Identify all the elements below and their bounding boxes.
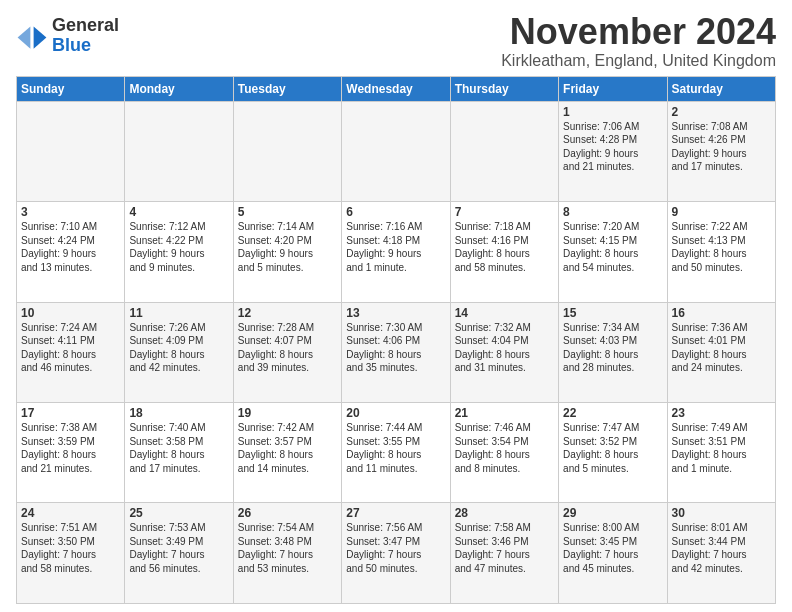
cell-info: and 50 minutes. bbox=[672, 261, 771, 275]
cell-info: Sunrise: 7:38 AM bbox=[21, 421, 120, 435]
cell-info: Sunset: 3:52 PM bbox=[563, 435, 662, 449]
cell-info: and 39 minutes. bbox=[238, 361, 337, 375]
day-number: 12 bbox=[238, 306, 337, 320]
day-number: 15 bbox=[563, 306, 662, 320]
day-number: 24 bbox=[21, 506, 120, 520]
cell-info: and 54 minutes. bbox=[563, 261, 662, 275]
cell-info: Daylight: 7 hours bbox=[238, 548, 337, 562]
col-header-sunday: Sunday bbox=[17, 76, 125, 101]
calendar-cell bbox=[450, 101, 558, 201]
calendar-cell: 13Sunrise: 7:30 AMSunset: 4:06 PMDayligh… bbox=[342, 302, 450, 402]
cell-info: Sunrise: 7:51 AM bbox=[21, 521, 120, 535]
calendar-cell bbox=[17, 101, 125, 201]
cell-info: Sunset: 3:51 PM bbox=[672, 435, 771, 449]
day-number: 4 bbox=[129, 205, 228, 219]
cell-info: Sunrise: 7:34 AM bbox=[563, 321, 662, 335]
calendar-cell: 14Sunrise: 7:32 AMSunset: 4:04 PMDayligh… bbox=[450, 302, 558, 402]
cell-info: Sunset: 4:22 PM bbox=[129, 234, 228, 248]
cell-info: and 17 minutes. bbox=[129, 462, 228, 476]
cell-info: Daylight: 7 hours bbox=[563, 548, 662, 562]
cell-info: Sunset: 4:16 PM bbox=[455, 234, 554, 248]
calendar-cell: 20Sunrise: 7:44 AMSunset: 3:55 PMDayligh… bbox=[342, 403, 450, 503]
cell-info: and 5 minutes. bbox=[563, 462, 662, 476]
cell-info: and 45 minutes. bbox=[563, 562, 662, 576]
week-row-1: 1Sunrise: 7:06 AMSunset: 4:28 PMDaylight… bbox=[17, 101, 776, 201]
cell-info: Daylight: 9 hours bbox=[129, 247, 228, 261]
cell-info: and 56 minutes. bbox=[129, 562, 228, 576]
month-title: November 2024 bbox=[501, 12, 776, 52]
calendar-cell bbox=[342, 101, 450, 201]
cell-info: Sunrise: 7:53 AM bbox=[129, 521, 228, 535]
cell-info: Sunset: 3:58 PM bbox=[129, 435, 228, 449]
calendar-cell: 6Sunrise: 7:16 AMSunset: 4:18 PMDaylight… bbox=[342, 202, 450, 302]
day-number: 30 bbox=[672, 506, 771, 520]
day-number: 28 bbox=[455, 506, 554, 520]
col-header-tuesday: Tuesday bbox=[233, 76, 341, 101]
cell-info: Daylight: 9 hours bbox=[238, 247, 337, 261]
col-header-wednesday: Wednesday bbox=[342, 76, 450, 101]
cell-info: Sunrise: 8:01 AM bbox=[672, 521, 771, 535]
day-number: 20 bbox=[346, 406, 445, 420]
day-number: 17 bbox=[21, 406, 120, 420]
svg-marker-0 bbox=[34, 26, 47, 48]
cell-info: Daylight: 8 hours bbox=[238, 348, 337, 362]
calendar-cell: 21Sunrise: 7:46 AMSunset: 3:54 PMDayligh… bbox=[450, 403, 558, 503]
logo-line1: General bbox=[52, 15, 119, 35]
calendar-cell: 29Sunrise: 8:00 AMSunset: 3:45 PMDayligh… bbox=[559, 503, 667, 604]
cell-info: Sunrise: 7:44 AM bbox=[346, 421, 445, 435]
calendar-cell: 25Sunrise: 7:53 AMSunset: 3:49 PMDayligh… bbox=[125, 503, 233, 604]
day-number: 26 bbox=[238, 506, 337, 520]
cell-info: Sunset: 4:03 PM bbox=[563, 334, 662, 348]
cell-info: Sunset: 3:48 PM bbox=[238, 535, 337, 549]
day-number: 6 bbox=[346, 205, 445, 219]
day-number: 11 bbox=[129, 306, 228, 320]
cell-info: Sunrise: 7:58 AM bbox=[455, 521, 554, 535]
cell-info: Daylight: 8 hours bbox=[672, 247, 771, 261]
calendar-cell: 11Sunrise: 7:26 AMSunset: 4:09 PMDayligh… bbox=[125, 302, 233, 402]
cell-info: Sunset: 3:47 PM bbox=[346, 535, 445, 549]
calendar-cell: 24Sunrise: 7:51 AMSunset: 3:50 PMDayligh… bbox=[17, 503, 125, 604]
cell-info: Sunset: 4:06 PM bbox=[346, 334, 445, 348]
calendar-cell: 12Sunrise: 7:28 AMSunset: 4:07 PMDayligh… bbox=[233, 302, 341, 402]
calendar-cell: 3Sunrise: 7:10 AMSunset: 4:24 PMDaylight… bbox=[17, 202, 125, 302]
cell-info: and 50 minutes. bbox=[346, 562, 445, 576]
day-number: 10 bbox=[21, 306, 120, 320]
calendar-cell: 9Sunrise: 7:22 AMSunset: 4:13 PMDaylight… bbox=[667, 202, 775, 302]
cell-info: and 14 minutes. bbox=[238, 462, 337, 476]
cell-info: Sunrise: 7:14 AM bbox=[238, 220, 337, 234]
col-header-monday: Monday bbox=[125, 76, 233, 101]
cell-info: Sunrise: 7:49 AM bbox=[672, 421, 771, 435]
day-number: 23 bbox=[672, 406, 771, 420]
svg-marker-1 bbox=[18, 26, 31, 48]
cell-info: Daylight: 8 hours bbox=[563, 348, 662, 362]
calendar-cell bbox=[233, 101, 341, 201]
calendar-cell: 22Sunrise: 7:47 AMSunset: 3:52 PMDayligh… bbox=[559, 403, 667, 503]
cell-info: Sunset: 3:54 PM bbox=[455, 435, 554, 449]
cell-info: Sunset: 3:59 PM bbox=[21, 435, 120, 449]
cell-info: Daylight: 8 hours bbox=[129, 348, 228, 362]
col-header-friday: Friday bbox=[559, 76, 667, 101]
cell-info: Sunrise: 7:36 AM bbox=[672, 321, 771, 335]
calendar-cell: 4Sunrise: 7:12 AMSunset: 4:22 PMDaylight… bbox=[125, 202, 233, 302]
cell-info: Sunset: 3:57 PM bbox=[238, 435, 337, 449]
cell-info: Daylight: 8 hours bbox=[346, 348, 445, 362]
cell-info: Daylight: 8 hours bbox=[563, 247, 662, 261]
day-number: 9 bbox=[672, 205, 771, 219]
cell-info: Sunrise: 7:08 AM bbox=[672, 120, 771, 134]
cell-info: and 17 minutes. bbox=[672, 160, 771, 174]
cell-info: and 46 minutes. bbox=[21, 361, 120, 375]
day-number: 22 bbox=[563, 406, 662, 420]
cell-info: Sunrise: 7:18 AM bbox=[455, 220, 554, 234]
cell-info: Daylight: 8 hours bbox=[455, 348, 554, 362]
calendar-cell: 7Sunrise: 7:18 AMSunset: 4:16 PMDaylight… bbox=[450, 202, 558, 302]
calendar-cell: 23Sunrise: 7:49 AMSunset: 3:51 PMDayligh… bbox=[667, 403, 775, 503]
cell-info: and 8 minutes. bbox=[455, 462, 554, 476]
week-row-2: 3Sunrise: 7:10 AMSunset: 4:24 PMDaylight… bbox=[17, 202, 776, 302]
cell-info: Sunset: 4:20 PM bbox=[238, 234, 337, 248]
calendar-cell: 1Sunrise: 7:06 AMSunset: 4:28 PMDaylight… bbox=[559, 101, 667, 201]
cell-info: Daylight: 8 hours bbox=[563, 448, 662, 462]
cell-info: and 58 minutes. bbox=[455, 261, 554, 275]
cell-info: Sunrise: 7:16 AM bbox=[346, 220, 445, 234]
cell-info: Daylight: 8 hours bbox=[346, 448, 445, 462]
cell-info: Sunset: 3:44 PM bbox=[672, 535, 771, 549]
